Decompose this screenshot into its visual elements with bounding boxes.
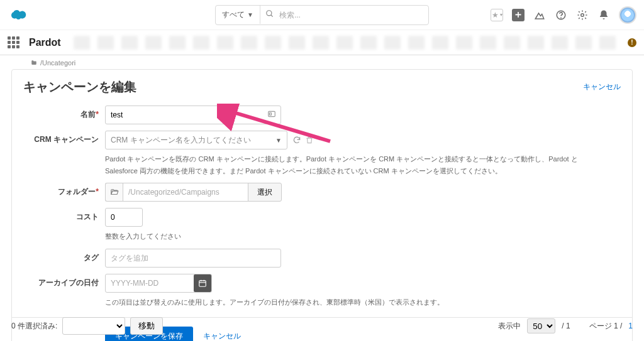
- app-nav-bar: Pardot !: [0, 30, 644, 55]
- favorites-button[interactable]: ★▾: [491, 9, 503, 21]
- svg-line-1: [271, 15, 273, 17]
- page-title: キャンペーンを編集: [23, 78, 136, 95]
- breadcrumb-link[interactable]: /Uncategori: [40, 59, 75, 67]
- svg-point-3: [561, 18, 562, 18]
- caret-down-icon: ▼: [275, 137, 282, 144]
- svg-point-4: [581, 13, 584, 16]
- list-footer: 0 件選択済み: 移動 表示中 50 / 1 ページ 1 / 1: [0, 317, 644, 335]
- page-label: ページ 1 /: [589, 321, 623, 332]
- label-name: 名前*: [23, 106, 105, 120]
- salesforce-logo[interactable]: [8, 6, 30, 23]
- tag-input[interactable]: [105, 249, 281, 268]
- caret-down-icon: ▼: [247, 11, 253, 18]
- user-avatar[interactable]: [619, 6, 636, 24]
- page-total-link[interactable]: 1: [628, 322, 633, 330]
- crm-placeholder: CRM キャンペーン名を入力してください: [111, 135, 251, 146]
- cost-help-text: 整数を入力してください: [105, 230, 596, 242]
- global-header: すべて ▼ ★▾ ＋: [0, 0, 644, 30]
- name-input[interactable]: [105, 106, 281, 124]
- svg-rect-7: [199, 281, 206, 286]
- app-name: Pardot: [29, 37, 61, 48]
- alert-badge-icon[interactable]: !: [628, 38, 636, 47]
- app-launcher-icon[interactable]: [8, 36, 20, 49]
- bulk-action-select[interactable]: [62, 317, 125, 335]
- showing-label: 表示中: [498, 321, 521, 332]
- folder-open-icon: [105, 183, 123, 202]
- nav-tabs-redacted: [74, 36, 623, 50]
- breadcrumb: /Uncategori: [30, 59, 633, 67]
- move-button[interactable]: 移動: [130, 317, 163, 335]
- label-archive: アーカイブの日付: [23, 274, 105, 288]
- search-icon: [260, 9, 279, 20]
- trailhead-icon[interactable]: [533, 9, 546, 21]
- label-cost: コスト: [23, 208, 105, 222]
- trash-icon[interactable]: [305, 136, 314, 144]
- svg-point-0: [267, 11, 272, 16]
- svg-rect-6: [270, 113, 272, 116]
- search-scope-label: すべて: [222, 9, 245, 20]
- header-utilities: ★▾ ＋: [491, 6, 636, 24]
- crm-campaign-select[interactable]: CRM キャンペーン名を入力してください ▼: [105, 131, 287, 149]
- search-scope-dropdown[interactable]: すべて ▼: [216, 6, 260, 24]
- label-folder: フォルダー*: [23, 183, 105, 197]
- folder-select-button[interactable]: 選択: [248, 183, 282, 202]
- cost-input[interactable]: [105, 208, 143, 227]
- search-input[interactable]: [279, 11, 428, 19]
- edit-card: キャンペーンを編集 キャンセル 名前* CRM キャンペーン CR: [11, 69, 633, 341]
- add-button[interactable]: ＋: [512, 9, 525, 21]
- global-search: すべて ▼: [215, 5, 429, 25]
- label-crm: CRM キャンペーン: [23, 131, 105, 145]
- folder-icon: [30, 60, 38, 66]
- calendar-icon[interactable]: [194, 274, 211, 292]
- page-size-select[interactable]: 50: [527, 318, 555, 333]
- label-tag: タグ: [23, 249, 105, 263]
- crm-help-text: Pardot キャンペーンを既存の CRM キャンペーンに接続します。Pardo…: [105, 153, 596, 176]
- variable-tag-icon[interactable]: [267, 110, 276, 121]
- cancel-top-link[interactable]: キャンセル: [583, 82, 621, 92]
- help-icon[interactable]: [555, 9, 567, 21]
- refresh-icon[interactable]: [292, 136, 301, 144]
- notifications-bell-icon[interactable]: [597, 9, 610, 21]
- setup-gear-icon[interactable]: [576, 9, 589, 21]
- folder-input: [123, 183, 248, 202]
- per-divider: / 1: [562, 322, 570, 330]
- archive-help-text: この項目は並び替えのみに使用します。アーカイブの日付が保存され、東部標準時（米国…: [105, 296, 596, 308]
- selected-count-label: 0 件選択済み:: [11, 321, 57, 332]
